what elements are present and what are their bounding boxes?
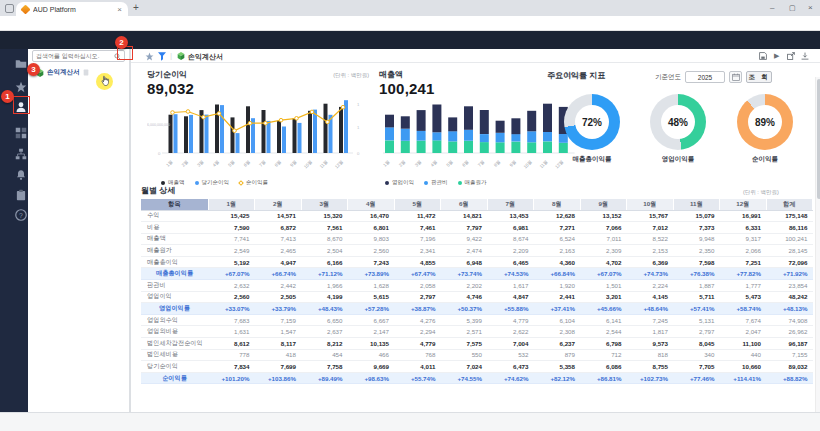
- table-cell: +67.07%: [580, 268, 627, 280]
- table-cell: +98.63%: [348, 372, 395, 384]
- document-tab-bar: ‹ › 손익계산서 × ×: [0, 412, 820, 431]
- base-year-input[interactable]: [685, 71, 725, 83]
- table-cell: 2,308: [534, 326, 581, 338]
- svg-text:1: 1: [357, 125, 360, 130]
- table-cell: +33.07%: [208, 303, 255, 315]
- run-play-icon[interactable]: ▶: [774, 52, 779, 60]
- table-cell: +50.37%: [441, 303, 488, 315]
- donut-value: 48%: [661, 105, 695, 139]
- table-unit-label: (단위 : 백만원): [743, 189, 779, 196]
- tab-actions-icon[interactable]: [5, 4, 14, 13]
- svg-text:6월: 6월: [461, 159, 469, 167]
- report-tree-panel: 손익계산서: [28, 49, 130, 412]
- table-cell: 7,590: [208, 222, 255, 234]
- table-cell: 7,155: [766, 349, 813, 361]
- help-circle-icon[interactable]: ?: [15, 209, 27, 221]
- table-cell: +77.46%: [673, 372, 720, 384]
- card-profit-ratios: 주요이익률 지표 기준연도 조 회 72%매출총이익률48%영업이익률89%순이…: [535, 69, 815, 179]
- tree-search-input[interactable]: [36, 53, 114, 59]
- table-cell: 72,096: [766, 256, 813, 268]
- table-cell: 175,148: [766, 210, 813, 222]
- table-cell: 8,212: [301, 338, 348, 350]
- table-cell: 2,544: [580, 326, 627, 338]
- save-icon[interactable]: [759, 52, 767, 60]
- table-cell: +55.74%: [394, 372, 441, 384]
- svg-text:1월: 1월: [382, 159, 390, 167]
- table-cell: 89,032: [766, 361, 813, 373]
- table-cell: +73.74%: [441, 268, 488, 280]
- table-row: 법인세차감전순이익8,6128,1178,21210,1354,7797,575…: [141, 338, 813, 350]
- table-cell: 2,309: [580, 245, 627, 257]
- table-cell: 454: [301, 349, 348, 361]
- table-cell: +89.49%: [301, 372, 348, 384]
- notifications-bell-icon[interactable]: [15, 169, 27, 181]
- table-cell: 9,422: [441, 233, 488, 245]
- browser-address-row: ← ↻ https://epa.bimatrix.com/portal/Cont…: [0, 16, 820, 31]
- table-cell: +101.20%: [208, 372, 255, 384]
- table-cell: 14,821: [441, 210, 488, 222]
- tab-close-icon[interactable]: ×: [117, 5, 122, 14]
- table-cell: 96,187: [766, 338, 813, 350]
- table-cell: 2,047: [720, 326, 767, 338]
- svg-text:12월: 12월: [334, 159, 344, 169]
- table-cell: 6,237: [534, 338, 581, 350]
- bookmark-star-icon[interactable]: [145, 52, 154, 61]
- legend-marker: [385, 181, 389, 185]
- table-cell: 7,024: [441, 361, 488, 373]
- table-cell: 5,358: [534, 361, 581, 373]
- table-cell: 2,153: [627, 245, 674, 257]
- table-cell: +66.84%: [534, 268, 581, 280]
- table-cell: 2,442: [255, 280, 302, 292]
- donut-ring: 48%: [650, 94, 706, 150]
- table-cell: +74.55%: [441, 372, 488, 384]
- table-cell: 2,202: [441, 280, 488, 292]
- table-cell: 16,991: [720, 210, 767, 222]
- table-cell: +48.43%: [301, 303, 348, 315]
- table-cell: 16,470: [348, 210, 395, 222]
- download-icon[interactable]: [801, 52, 809, 60]
- table-cell: 1,628: [348, 280, 395, 292]
- new-tab-icon[interactable]: +: [133, 2, 139, 13]
- filter-funnel-icon[interactable]: [158, 52, 166, 61]
- table-cell: 1,920: [534, 280, 581, 292]
- svg-text:9월: 9월: [289, 159, 297, 167]
- window-close-icon[interactable]: ×: [808, 3, 813, 12]
- table-cell: 6,801: [348, 222, 395, 234]
- column-header: 2월: [255, 199, 302, 210]
- share-window-icon[interactable]: [787, 52, 795, 60]
- row-label: 매출원가: [141, 245, 208, 257]
- calendar-button[interactable]: [729, 71, 742, 83]
- table-cell: 86,116: [766, 222, 813, 234]
- table-cell: 2,560: [348, 245, 395, 257]
- table-cell: 7,598: [673, 256, 720, 268]
- table-cell: 8,674: [487, 233, 534, 245]
- table-cell: 2,441: [534, 291, 581, 303]
- table-cell: 2,163: [534, 245, 581, 257]
- tree-item-income-statement[interactable]: 손익계산서: [36, 66, 131, 79]
- vertical-scrollbar[interactable]: [815, 77, 820, 418]
- annotation-rect-nav-person: [13, 96, 30, 114]
- table-cell: 440: [720, 349, 767, 361]
- query-button[interactable]: 조 회: [746, 71, 772, 83]
- favorites-star-icon[interactable]: [15, 81, 27, 93]
- table-cell: 7,834: [208, 361, 255, 373]
- table-cell: 9,669: [348, 361, 395, 373]
- column-header: 8월: [534, 199, 581, 210]
- dashboard-grid-icon[interactable]: [15, 127, 27, 139]
- table-cell: 2,341: [394, 245, 441, 257]
- browser-tab[interactable]: AUD Platform ×: [16, 2, 128, 16]
- table-cell: 1,631: [208, 326, 255, 338]
- table-cell: 2,504: [301, 245, 348, 257]
- hand-cursor-icon: [99, 75, 111, 88]
- donut-ring: 89%: [737, 94, 793, 150]
- sitemap-icon[interactable]: [15, 148, 27, 160]
- table-cell: 6,369: [627, 256, 674, 268]
- svg-text:10월: 10월: [523, 159, 533, 169]
- table-cell: 7,066: [580, 222, 627, 234]
- window-maximize-icon[interactable]: ▢: [789, 4, 796, 12]
- window-minimize-icon[interactable]: –: [770, 3, 774, 12]
- table-cell: 2,294: [394, 326, 441, 338]
- folder-icon[interactable]: [15, 58, 27, 70]
- table-cell: 4,199: [301, 291, 348, 303]
- clipboard-icon[interactable]: [15, 189, 27, 201]
